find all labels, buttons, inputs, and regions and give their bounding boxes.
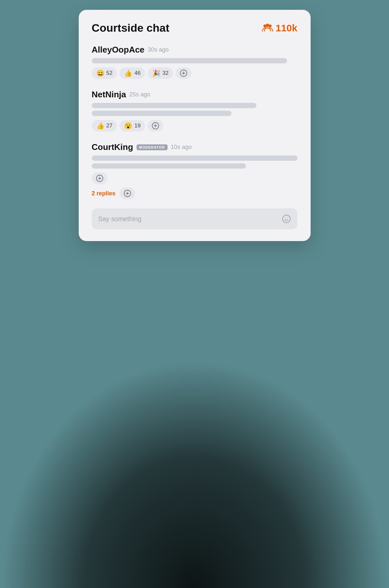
- message-item: CourtKingMODERATOR10s ago 2 replies: [92, 141, 298, 199]
- message-item: AlleyOopAce30s ago 😄 52 👍 46 🎉 32: [92, 45, 298, 79]
- card-header: Courtside chat 110k: [92, 22, 298, 34]
- message-text-line: [92, 163, 246, 169]
- message-header: AlleyOopAce30s ago: [92, 45, 298, 55]
- message-text-line: [92, 58, 287, 63]
- reaction-pill[interactable]: 😄 52: [92, 67, 117, 79]
- message-item: NetNinja25s ago 👍 27 😮 19: [92, 88, 298, 132]
- reaction-count: 19: [134, 122, 140, 129]
- viewer-count-container: 110k: [262, 23, 298, 34]
- replies-link[interactable]: 2 replies: [92, 190, 116, 197]
- reaction-pill[interactable]: 👍 27: [92, 120, 117, 132]
- reaction-pill[interactable]: 😮 19: [120, 120, 145, 132]
- reaction-count: 32: [162, 70, 169, 76]
- timestamp: 30s ago: [148, 46, 169, 53]
- reaction-pill[interactable]: 🎉 32: [148, 67, 173, 79]
- reactions-row: 👍 27 😮 19: [92, 120, 298, 132]
- reaction-emoji: 😮: [124, 122, 132, 130]
- reaction-emoji: 👍: [96, 122, 105, 130]
- replies-row: 2 replies: [92, 188, 298, 199]
- message-input-wrapper[interactable]: [92, 208, 298, 229]
- username: NetNinja: [92, 90, 126, 100]
- moderator-badge: MODERATOR: [137, 144, 168, 150]
- reaction-emoji: 😄: [96, 69, 105, 77]
- viewers-icon: [262, 23, 273, 33]
- reaction-count: 27: [106, 122, 113, 129]
- viewer-number: 110k: [276, 23, 298, 34]
- timestamp: 10s ago: [171, 144, 192, 151]
- message-header: NetNinja25s ago: [92, 90, 298, 100]
- add-reaction-button[interactable]: [176, 67, 191, 79]
- reactions-row: 😄 52 👍 46 🎉 32: [92, 67, 298, 79]
- reaction-emoji: 🎉: [152, 69, 160, 77]
- message-input[interactable]: [98, 215, 282, 223]
- add-reaction-button-replies[interactable]: [120, 188, 135, 199]
- username: AlleyOopAce: [92, 45, 145, 55]
- reaction-count: 52: [106, 70, 113, 76]
- message-text-line: [92, 103, 256, 108]
- chat-title: Courtside chat: [92, 22, 170, 34]
- message-text-line: [92, 111, 232, 116]
- emoji-picker-button[interactable]: [282, 214, 291, 223]
- reactions-row: [92, 172, 298, 184]
- svg-point-2: [266, 24, 269, 27]
- svg-point-15: [283, 215, 290, 222]
- message-text-line: [92, 155, 298, 161]
- reaction-pill[interactable]: 👍 46: [120, 67, 145, 79]
- add-reaction-button[interactable]: [92, 172, 107, 184]
- username: CourtKing: [92, 142, 133, 152]
- message-header: CourtKingMODERATOR10s ago: [92, 142, 298, 152]
- chat-card: Courtside chat 110k AlleyOopAce30s ago: [79, 10, 311, 241]
- timestamp: 25s ago: [129, 91, 150, 98]
- messages-list: AlleyOopAce30s ago 😄 52 👍 46 🎉 32: [92, 45, 298, 199]
- add-reaction-button[interactable]: [148, 120, 163, 132]
- reaction-count: 46: [134, 70, 140, 76]
- reaction-emoji: 👍: [124, 69, 132, 77]
